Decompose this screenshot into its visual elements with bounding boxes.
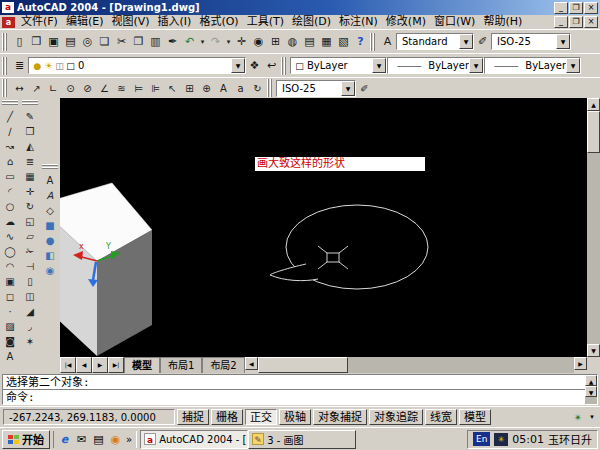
- menu-item[interactable]: 插入(I): [154, 15, 196, 29]
- dim-style-combo[interactable]: ISO-25 ▼: [491, 33, 571, 50]
- flat-shaded-icon[interactable]: ■: [41, 218, 59, 233]
- menu-item[interactable]: 窗口(W): [430, 15, 479, 29]
- diameter-dimension-icon[interactable]: ⊘: [79, 80, 96, 96]
- close-button[interactable]: ×: [584, 2, 598, 14]
- chevron-down-icon[interactable]: ▼: [372, 58, 386, 73]
- new-icon[interactable]: ▯: [11, 33, 28, 51]
- horizontal-scrollbar[interactable]: ◀ ▶: [245, 357, 587, 373]
- quick-leader-icon[interactable]: ↖: [164, 80, 181, 96]
- layer-properties-manager-icon[interactable]: ≣: [11, 57, 28, 75]
- title-bar[interactable]: a AutoCAD 2004 - [Drawing1.dwg] _ ❐ ×: [0, 0, 600, 15]
- horizontal-scrollbar-track[interactable]: [348, 357, 574, 373]
- dimension-update-icon[interactable]: ↻: [249, 80, 266, 96]
- ellipse-arc-icon[interactable]: ◠: [1, 259, 19, 274]
- vertical-scrollbar-thumb[interactable]: [587, 111, 600, 153]
- scroll-down-button[interactable]: ▼: [585, 386, 597, 397]
- menu-item[interactable]: 帮助(H): [479, 15, 526, 29]
- toolbar-grip[interactable]: [370, 33, 378, 51]
- status-toggle[interactable]: 模型: [459, 409, 491, 425]
- layer-freeze-icon[interactable]: ☀: [43, 61, 54, 71]
- mdi-minimize-button[interactable]: _: [554, 16, 568, 28]
- color-combo[interactable]: □ ByLayer ▼: [290, 57, 387, 74]
- scroll-up-button[interactable]: ▲: [585, 375, 597, 386]
- help-icon[interactable]: ?: [352, 33, 369, 51]
- linetype-combo[interactable]: ——— ByLayer ▼: [387, 57, 484, 74]
- gouraud-shaded-icon[interactable]: ●: [41, 233, 59, 248]
- layout-tab[interactable]: 模型: [124, 357, 160, 373]
- zoom-realtime-icon[interactable]: ◉: [250, 33, 267, 51]
- spline-icon[interactable]: ∿: [1, 229, 19, 244]
- layer-on-icon[interactable]: ●: [32, 61, 43, 71]
- lineweight-combo[interactable]: ——— ByLayer ▼: [484, 57, 581, 74]
- toolbar-grip[interactable]: [267, 79, 275, 97]
- ordinate-dimension-icon[interactable]: ∟: [45, 80, 62, 96]
- rotate-icon[interactable]: ↻: [21, 199, 39, 214]
- array-icon[interactable]: ▦: [21, 169, 39, 184]
- layer-lock-icon[interactable]: ◫: [54, 61, 65, 71]
- menu-item[interactable]: 绘图(D): [288, 15, 335, 29]
- dimension-edit-icon[interactable]: A: [215, 80, 232, 96]
- copy-object-icon[interactable]: ❐: [21, 124, 39, 139]
- layer-combo[interactable]: ● ☀ ◫ □ 0 ▼: [28, 57, 246, 74]
- flat-shaded-edges-on-icon[interactable]: ◧: [41, 248, 59, 263]
- status-menu-arrow-icon[interactable]: ▾: [587, 413, 597, 421]
- construction-line-icon[interactable]: ∕: [1, 124, 19, 139]
- status-toggle[interactable]: 极轴: [279, 409, 311, 425]
- chamfer-icon[interactable]: ◢: [21, 304, 39, 319]
- polyline-icon[interactable]: ↝: [1, 139, 19, 154]
- toolbar-grip[interactable]: [2, 79, 10, 97]
- status-toggle[interactable]: 正交: [245, 409, 277, 425]
- baseline-dimension-icon[interactable]: ⊨: [130, 80, 147, 96]
- 3d-wireframe-icon[interactable]: A: [41, 188, 59, 203]
- toolbar-grip[interactable]: [42, 164, 58, 172]
- minimize-button[interactable]: _: [554, 2, 568, 14]
- scroll-right-button[interactable]: ▶: [574, 357, 587, 370]
- status-toggle[interactable]: 对象追踪: [369, 409, 423, 425]
- layer-previous-icon[interactable]: ↩: [263, 57, 280, 75]
- open-icon[interactable]: ❒: [28, 33, 45, 51]
- ie-quicklaunch-icon[interactable]: e: [56, 431, 73, 448]
- break-icon[interactable]: ◫: [21, 289, 39, 304]
- status-toggle[interactable]: 线宽: [425, 409, 457, 425]
- chevron-down-icon[interactable]: ▼: [341, 81, 355, 96]
- plot-preview-icon[interactable]: ◎: [79, 33, 96, 51]
- layout-tab[interactable]: 布局2: [202, 357, 244, 373]
- prev-tab-button[interactable]: ◀: [76, 357, 92, 373]
- make-block-icon[interactable]: ◻: [1, 289, 19, 304]
- menu-item[interactable]: 格式(O): [195, 15, 242, 29]
- tolerance-icon[interactable]: ⊞: [181, 80, 198, 96]
- stretch-icon[interactable]: ▱: [21, 229, 39, 244]
- mtext-icon[interactable]: A: [1, 349, 19, 364]
- 3d-box-solid[interactable]: [60, 183, 152, 356]
- insert-block-icon[interactable]: ▣: [1, 274, 19, 289]
- designcenter-icon[interactable]: ▦: [318, 33, 335, 51]
- toolbar-grip[interactable]: [2, 33, 10, 51]
- restore-button[interactable]: ❐: [569, 2, 583, 14]
- quick-launch-overflow-icon[interactable]: »: [124, 434, 134, 445]
- task-button[interactable]: a AutoCAD 2004 - [Dra...: [140, 430, 248, 449]
- line-icon[interactable]: ╱: [1, 109, 19, 124]
- hidden-icon[interactable]: ◇: [41, 203, 59, 218]
- paste-icon[interactable]: ▥: [147, 33, 164, 51]
- quick-dimension-icon[interactable]: ≋: [113, 80, 130, 96]
- language-indicator[interactable]: En: [473, 432, 490, 446]
- arc-icon[interactable]: ◜: [1, 184, 19, 199]
- center-mark-icon[interactable]: ⊕: [198, 80, 215, 96]
- make-object-layer-current-icon[interactable]: ❖: [246, 57, 263, 75]
- text-style-combo[interactable]: Standard ▼: [396, 33, 474, 50]
- communication-center-icon[interactable]: ✴: [570, 410, 586, 425]
- menu-item[interactable]: 编辑(E): [62, 15, 108, 29]
- chevron-down-icon[interactable]: ▼: [231, 58, 245, 73]
- toolbar-grip[interactable]: [22, 100, 38, 108]
- menu-item[interactable]: 标注(N): [335, 15, 382, 29]
- drawing-canvas[interactable]: x Y: [60, 98, 587, 357]
- mdi-restore-button[interactable]: ❐: [569, 16, 583, 28]
- dimension-style-manager-icon[interactable]: ✐: [356, 80, 373, 96]
- first-tab-button[interactable]: |◀: [60, 357, 76, 373]
- chevron-down-icon[interactable]: ▼: [469, 58, 483, 73]
- hatch-icon[interactable]: ▨: [1, 319, 19, 334]
- chevron-down-icon[interactable]: ▼: [459, 34, 473, 49]
- dimension-text-edit-icon[interactable]: a: [232, 80, 249, 96]
- scroll-down-button[interactable]: ▼: [587, 344, 600, 357]
- last-tab-button[interactable]: ▶|: [108, 357, 124, 373]
